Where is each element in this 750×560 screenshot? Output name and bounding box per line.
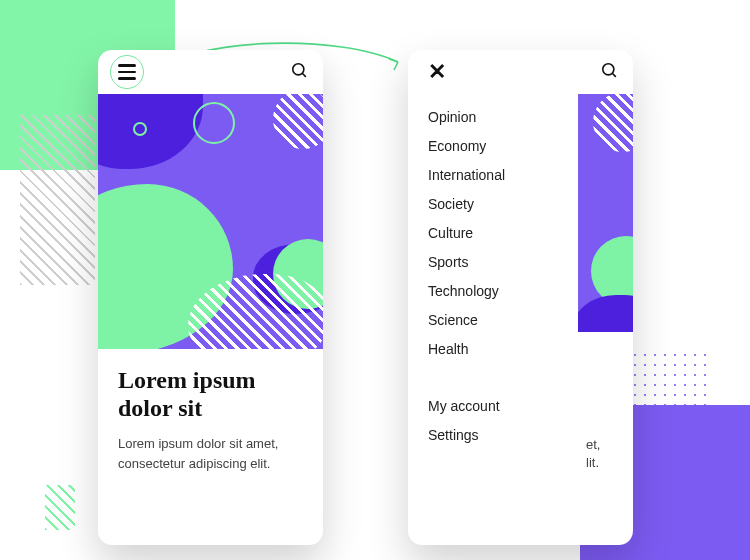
- nav-account-list: My account Settings: [428, 391, 578, 449]
- nav-item-settings[interactable]: Settings: [428, 420, 578, 449]
- svg-line-3: [612, 73, 616, 77]
- nav-item-my-account[interactable]: My account: [428, 391, 578, 420]
- article-card: Lorem ipsum dolor sit Lorem ipsum dolor …: [98, 349, 323, 491]
- nav-item-international[interactable]: International: [428, 160, 578, 189]
- nav-item-opinion[interactable]: Opinion: [428, 102, 578, 131]
- search-icon: [600, 61, 619, 80]
- search-button[interactable]: [290, 61, 309, 84]
- close-menu-button[interactable]: ✕: [426, 57, 448, 87]
- bg-diagonal-stripes: [20, 115, 95, 285]
- nav-item-culture[interactable]: Culture: [428, 218, 578, 247]
- nav-item-health[interactable]: Health: [428, 334, 578, 363]
- nav-item-society[interactable]: Society: [428, 189, 578, 218]
- hamburger-button[interactable]: [110, 55, 144, 89]
- svg-point-2: [603, 63, 614, 74]
- nav-item-sports[interactable]: Sports: [428, 247, 578, 276]
- phone-mock-menu-open: et, lit. ✕ Opinion Economy International…: [408, 50, 633, 545]
- nav-section-list: Opinion Economy International Society Cu…: [428, 102, 578, 363]
- hero-illustration: [98, 94, 323, 349]
- nav-item-economy[interactable]: Economy: [428, 131, 578, 160]
- bg-diagonal-stripes-small: [45, 485, 75, 530]
- phone-mock-collapsed: Lorem ipsum dolor sit Lorem ipsum dolor …: [98, 50, 323, 545]
- svg-point-0: [293, 63, 304, 74]
- svg-line-1: [302, 73, 306, 77]
- article-body: Lorem ipsum dolor sit amet, consectetur …: [118, 434, 303, 473]
- nav-item-technology[interactable]: Technology: [428, 276, 578, 305]
- nav-item-science[interactable]: Science: [428, 305, 578, 334]
- close-icon: ✕: [428, 59, 446, 84]
- top-bar: ✕: [408, 50, 633, 94]
- search-icon: [290, 61, 309, 80]
- top-bar: [98, 50, 323, 94]
- hamburger-icon: [118, 64, 136, 80]
- search-button[interactable]: [600, 61, 619, 84]
- article-peek-text: et, lit.: [578, 332, 633, 545]
- article-title: Lorem ipsum dolor sit: [118, 367, 303, 422]
- content-peek: et, lit.: [578, 94, 633, 545]
- nav-drawer: Opinion Economy International Society Cu…: [408, 94, 578, 449]
